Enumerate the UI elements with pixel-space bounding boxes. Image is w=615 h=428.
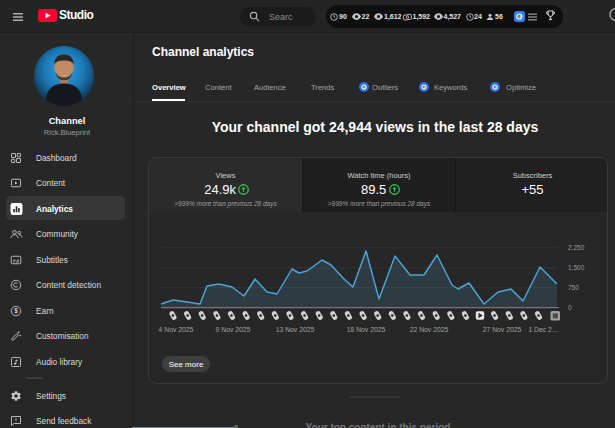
svg-text:$: $ <box>14 307 18 315</box>
svg-text:750: 750 <box>568 284 579 291</box>
svg-text:4 Nov 2025: 4 Nov 2025 <box>159 326 194 333</box>
svg-text:13 Nov 2025: 13 Nov 2025 <box>276 326 315 333</box>
svg-text:9 Nov 2025: 9 Nov 2025 <box>216 326 251 333</box>
svg-text:22 Nov 2025: 22 Nov 2025 <box>410 326 449 333</box>
svg-text:1 Dec 2...: 1 Dec 2... <box>528 326 557 333</box>
svg-text:2,250: 2,250 <box>568 244 585 251</box>
svg-text:1,500: 1,500 <box>568 264 585 271</box>
svg-text:18 Nov 2025: 18 Nov 2025 <box>347 326 386 333</box>
svg-text:0: 0 <box>568 304 572 311</box>
svg-text:27 Nov 2025: 27 Nov 2025 <box>483 326 522 333</box>
